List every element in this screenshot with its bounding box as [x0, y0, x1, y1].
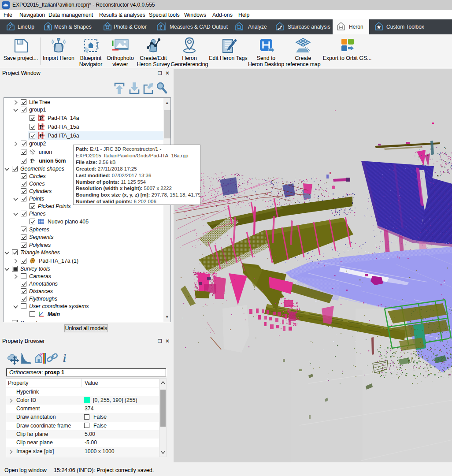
svg-text:P: P: [30, 157, 33, 164]
svg-text:P: P: [40, 123, 43, 130]
svg-text:P: P: [40, 115, 43, 121]
svg-text:P: P: [40, 132, 43, 139]
